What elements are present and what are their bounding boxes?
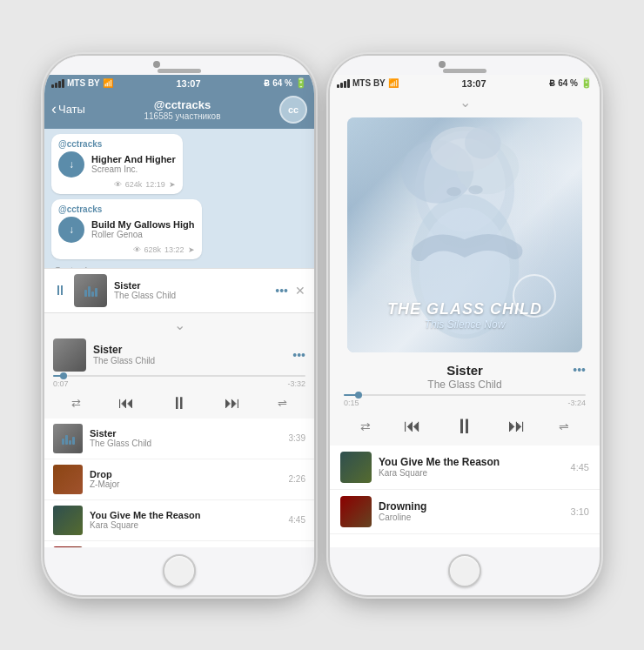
mini-more-button[interactable]: ••• [275, 284, 288, 298]
music-more-button[interactable]: ••• [573, 363, 586, 377]
playlist-item-2[interactable]: Drop Z-Major 2:26 [44, 459, 314, 500]
pl-artist-3: Kara Square [90, 520, 282, 530]
signal-bar-4 [62, 79, 64, 88]
eq-bar-2 [88, 286, 91, 297]
fp-progress-bar[interactable] [53, 375, 305, 377]
repeat-button-1[interactable]: ⇌ [278, 397, 287, 410]
pl-duration-1: 3:39 [289, 433, 305, 443]
fp-more-button[interactable]: ••• [292, 348, 305, 362]
time-2: 13:07 [461, 78, 486, 89]
fp-progress-thumb[interactable] [60, 372, 67, 379]
fp-chevron-icon[interactable]: ⌄ [44, 313, 314, 335]
phone-1-screen: MTS BY 📶 13:07 Ƀ 64 % 🔋 ‹ Чаты [44, 75, 314, 547]
back-button-1[interactable]: ‹ Чаты [51, 100, 85, 118]
phone-1-camera [153, 61, 160, 68]
playlist-item-4[interactable]: Drowning Caroline 3:10 [44, 541, 314, 547]
home-button-2[interactable] [448, 554, 481, 587]
fp-controls: ⇄ ⏮ ⏸ ⏭ ⇌ [44, 390, 314, 419]
music-progress-area[interactable]: 0:15 -3:24 [330, 391, 600, 409]
home-button-1[interactable] [163, 554, 196, 587]
msg-title-1: Higher And Higher [91, 154, 176, 164]
music-time-remaining: -3:24 [567, 399, 586, 407]
signal-bar-2 [55, 83, 57, 88]
music-time-current: 0:15 [344, 399, 359, 407]
eq-bar-a4 [72, 437, 75, 445]
album-cover-area: THE GLASS CHILD This Silence Now [330, 112, 600, 359]
mini-close-button[interactable]: ✕ [295, 284, 305, 298]
channel-members: 116585 участников [85, 111, 279, 121]
signal-bars-1 [51, 79, 64, 88]
playlist-item-1[interactable]: Sister The Glass Child 3:39 [44, 419, 314, 459]
album-title-text: This Silence Now [347, 318, 582, 331]
signal-bar-3 [58, 81, 61, 88]
phone-2-screen: MTS BY 📶 13:07 Ƀ 64 % 🔋 ⌄ [330, 75, 600, 547]
forward-button-1[interactable]: ⏭ [225, 394, 240, 412]
phone-2-camera [439, 61, 446, 68]
playlist-item-3[interactable]: You Give Me the Reason Kara Square 4:45 [44, 500, 314, 541]
pause-button-2[interactable]: ⏸ [454, 414, 475, 439]
battery-percent-2: 64 % [558, 78, 578, 88]
music-pl-item-1[interactable]: You Give Me the Reason Kara Square 4:45 [330, 446, 600, 490]
album-circle-logo [513, 274, 556, 318]
phone-1-top-bar [44, 56, 314, 75]
forward-button-2[interactable]: ⏭ [508, 416, 526, 436]
eq-bar-a1 [62, 439, 64, 445]
forward-icon-1[interactable]: ➤ [169, 180, 176, 189]
mini-player[interactable]: ⏸ Sister The Glass [44, 268, 314, 312]
status-right-1: Ƀ 64 % 🔋 [264, 77, 307, 89]
eq-bar-1 [84, 290, 87, 297]
sender-2: @cctracks [58, 204, 195, 214]
pl-title-2: Drop [90, 469, 282, 479]
pause-button-1[interactable]: ⏸ [171, 393, 188, 413]
msg-info-1: Higher And Higher Scream Inc. [91, 154, 176, 174]
pl-info-3: You Give Me the Reason Kara Square [90, 510, 282, 530]
view-icon-1: 👁 [114, 180, 122, 189]
pl-duration-3: 4:45 [289, 515, 305, 525]
fp-time-remaining: -3:32 [287, 379, 305, 388]
music-controls: ⇄ ⏮ ⏸ ⏭ ⇌ [330, 409, 600, 446]
sender-1: @cctracks [58, 139, 176, 149]
mini-track-title: Sister [114, 280, 268, 291]
shuffle-button-1[interactable]: ⇄ [71, 397, 81, 410]
carrier-2: MTS BY [352, 78, 386, 88]
album-cover: THE GLASS CHILD This Silence Now [347, 117, 582, 352]
full-player: ⌄ Sister The Glass Child ••• [44, 312, 314, 419]
album-art-background: THE GLASS CHILD This Silence Now [347, 117, 582, 352]
pl-thumb-1 [53, 424, 83, 453]
repeat-button-2[interactable]: ⇌ [559, 419, 569, 433]
pl-title-1: Sister [90, 428, 282, 439]
channel-avatar[interactable]: cc [279, 96, 307, 124]
telegram-navbar: ‹ Чаты @cctracks 116585 участников cc [44, 92, 314, 129]
download-btn-1[interactable]: ↓ [58, 151, 84, 178]
wifi-icon-1: 📶 [103, 78, 113, 88]
forward-icon-2[interactable]: ➤ [188, 245, 195, 254]
phone-2: MTS BY 📶 13:07 Ƀ 64 % 🔋 ⌄ [330, 56, 600, 595]
fp-progress-area[interactable]: 0:07 -3:32 [44, 375, 314, 390]
phone-2-bottom [330, 547, 600, 595]
music-pl-thumb-2 [340, 496, 372, 527]
msg-sub-2: Roller Genoa [91, 230, 195, 239]
rewind-button-1[interactable]: ⏮ [118, 394, 134, 412]
pl-thumb-3 [53, 506, 83, 535]
music-chevron-icon[interactable]: ⌄ [330, 92, 600, 112]
music-progress-thumb[interactable] [355, 392, 362, 399]
pl-thumb-4 [53, 546, 83, 547]
music-progress-bar[interactable] [344, 394, 586, 396]
equalizer-icon [84, 285, 97, 297]
music-pl-thumb-1 [340, 452, 372, 483]
msg-meta-1: 👁 624k 12:19 ➤ [58, 180, 176, 189]
time-1: 13:07 [176, 78, 200, 89]
download-btn-2[interactable]: ↓ [58, 217, 84, 243]
duration-1: 12:19 [145, 180, 165, 189]
music-pl-item-2[interactable]: Drowning Caroline 3:10 [330, 490, 600, 534]
bluetooth-icon-1: Ƀ [264, 78, 270, 88]
msg-sub-1: Scream Inc. [91, 164, 176, 174]
music-playlist-2: You Give Me the Reason Kara Square 4:45 … [330, 446, 600, 547]
shuffle-button-2[interactable]: ⇄ [360, 419, 371, 433]
tg-message-1: @cctracks ↓ Higher And Higher Scream Inc… [51, 134, 183, 194]
rewind-button-2[interactable]: ⏮ [404, 416, 421, 436]
music-player-screen: MTS BY 📶 13:07 Ƀ 64 % 🔋 ⌄ [330, 75, 600, 547]
msg-title-2: Build My Gallows High [91, 219, 195, 230]
tg-message-2: @cctracks ↓ Build My Gallows High Roller… [51, 199, 202, 259]
mini-pause-icon[interactable]: ⏸ [53, 283, 67, 298]
